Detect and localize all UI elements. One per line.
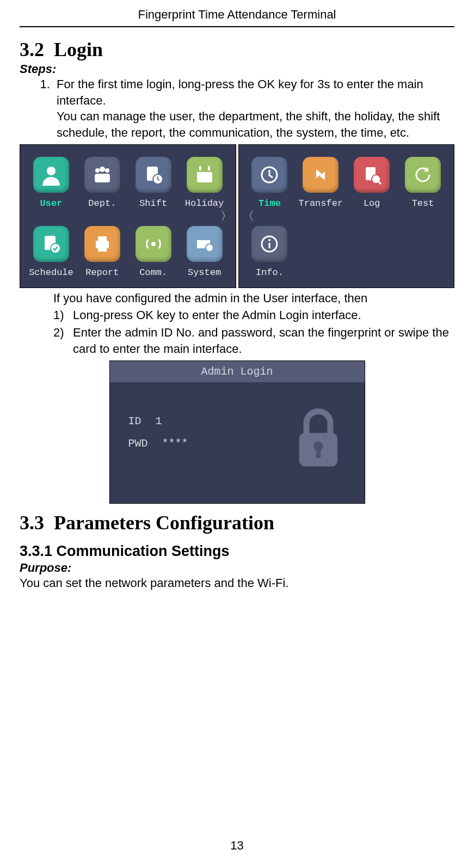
post-grid-text: If you have configured the admin in the … [53,290,454,307]
wifi-icon [136,226,171,262]
user-icon [33,157,69,193]
svg-point-19 [206,244,213,252]
svg-rect-9 [199,166,201,170]
people-icon [84,157,120,193]
lock-icon [283,395,354,482]
menu-schedule[interactable]: Schedule [26,226,77,278]
substep-2: Enter the admin ID No. and password, sca… [53,325,454,357]
svg-rect-4 [95,174,110,182]
purpose-text: You can set the network parameters and t… [20,575,454,591]
page-number: 13 [0,839,474,853]
empty-cell [346,226,397,278]
device-screens: User Dept. Shift Holiday [20,144,454,288]
menu-report[interactable]: Report [77,226,128,278]
section-number: 3.2 [20,39,44,60]
admin-login-title: Admin Login [110,361,365,382]
empty-cell [397,226,448,278]
section-title: Login [54,39,103,60]
menu-label: Shift [139,198,167,209]
printer-icon [84,226,120,262]
id-label: ID [128,415,141,427]
sub-steps: Long-press OK key to enter the Admin Log… [53,307,454,357]
menu-info[interactable]: Info. [244,226,296,278]
menu-log[interactable]: Log [346,157,397,209]
admin-login-screen: Admin Login ID 1 PWD **** [109,360,365,504]
subsection-title: Communication Settings [57,543,230,559]
menu-label: Info. [256,267,284,278]
svg-point-0 [47,167,56,175]
check-doc-icon [33,226,69,262]
svg-point-16 [151,242,156,246]
info-icon [251,226,287,262]
svg-rect-14 [98,236,107,241]
calendar-icon [187,157,223,193]
svg-rect-10 [208,166,210,170]
svg-rect-18 [197,237,210,240]
empty-cell [295,226,346,278]
transfer-icon [303,157,338,193]
subsection-number: 3.3.1 [20,543,52,559]
svg-line-23 [379,182,381,184]
menu-label: Test [412,198,434,209]
menu-label: Time [258,198,281,209]
menu-user[interactable]: User [26,157,77,209]
menu-label: Transfer [299,198,343,209]
menu-shift[interactable]: Shift [128,157,179,209]
steps-list: For the first time login, long-press the… [53,76,454,141]
clock-doc-icon [136,157,171,193]
menu-label: Report [85,267,119,278]
svg-rect-29 [316,448,321,458]
pager-prev-icon[interactable]: 〈 [242,208,254,224]
steps-label: Steps: [20,62,454,76]
menu-dept[interactable]: Dept. [77,157,128,209]
svg-point-2 [100,167,105,172]
menu-label: Dept. [88,198,116,209]
substep-1: Long-press OK key to enter the Admin Log… [53,307,454,323]
admin-pwd-row: PWD **** [128,437,188,450]
screen-page-1: User Dept. Shift Holiday [20,144,236,288]
svg-point-25 [268,239,270,241]
admin-id-row: ID 1 [128,415,188,427]
section-login-heading: 3.2 Login [20,38,454,61]
refresh-icon [405,157,441,193]
screen-page-2: 〈 Time Transfer Log [238,144,455,288]
pager-next-icon[interactable]: 〉 [220,208,232,224]
pwd-label: PWD [128,437,148,450]
section-number: 3.3 [20,512,44,534]
step-1-line2: You can manage the user, the department,… [57,109,440,139]
menu-time[interactable]: Time [244,157,296,209]
svg-point-1 [95,168,100,173]
purpose-label: Purpose: [20,561,454,575]
gear-window-icon [187,226,223,262]
svg-rect-15 [98,246,107,252]
clock-icon [251,157,287,193]
header-rule [20,26,454,27]
menu-transfer[interactable]: Transfer [295,157,346,209]
menu-label: System [188,267,221,278]
section-params-heading: 3.3 Parameters Configuration [20,511,454,534]
menu-system[interactable]: System [179,226,230,278]
menu-label: Log [364,198,380,209]
pwd-value[interactable]: **** [162,437,188,450]
menu-label: Holiday [185,198,224,209]
step-1: For the first time login, long-press the… [53,76,454,141]
doc-header: Fingerprint Time Attendance Terminal [20,0,454,26]
id-value[interactable]: 1 [156,415,162,427]
subsection-heading: 3.3.1 Communication Settings [20,543,454,560]
menu-test[interactable]: Test [397,157,448,209]
log-icon [354,157,390,193]
step-1-line1: For the first time login, long-press the… [57,77,423,107]
menu-label: Schedule [29,267,73,278]
menu-label: Comm. [139,267,167,278]
menu-holiday[interactable]: Holiday [179,157,230,209]
menu-label: User [40,198,63,209]
svg-point-3 [105,168,109,173]
menu-comm[interactable]: Comm. [128,226,179,278]
section-title: Parameters Configuration [54,512,274,534]
